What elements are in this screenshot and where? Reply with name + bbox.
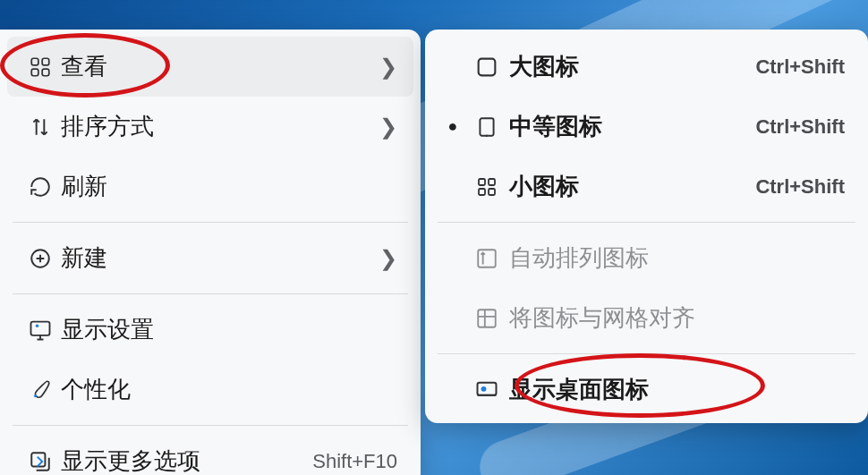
chevron-right-icon: ❯ bbox=[379, 115, 397, 140]
separator bbox=[13, 425, 408, 426]
svg-rect-15 bbox=[478, 250, 496, 267]
svg-rect-10 bbox=[480, 118, 493, 136]
separator bbox=[438, 222, 855, 223]
svg-rect-9 bbox=[479, 58, 496, 75]
menu-item-label: 显示更多选项 bbox=[61, 445, 312, 475]
large-icon-icon bbox=[464, 55, 509, 80]
more-options-icon bbox=[20, 450, 61, 473]
small-icon-icon bbox=[464, 176, 509, 198]
menu-item-new[interactable]: 新建 ❯ bbox=[7, 228, 413, 288]
menu-item-label: 刷新 bbox=[61, 171, 397, 202]
svg-rect-17 bbox=[478, 382, 497, 394]
refresh-icon bbox=[20, 175, 61, 199]
svg-rect-16 bbox=[478, 310, 496, 327]
sort-icon bbox=[20, 115, 61, 139]
auto-arrange-icon bbox=[464, 247, 509, 270]
plus-circle-icon bbox=[20, 247, 61, 270]
svg-rect-0 bbox=[31, 58, 38, 65]
submenu-item-label: 中等图标 bbox=[509, 111, 755, 142]
svg-rect-3 bbox=[42, 69, 49, 76]
svg-rect-1 bbox=[42, 58, 49, 65]
radio-bullet-selected: ● bbox=[441, 117, 464, 136]
svg-rect-11 bbox=[479, 179, 485, 185]
view-submenu: 大图标 Ctrl+Shift ● 中等图标 Ctrl+Shift 小图标 Ctr… bbox=[425, 30, 868, 423]
menu-item-view[interactable]: 查看 ❯ bbox=[7, 37, 413, 97]
svg-point-6 bbox=[36, 324, 39, 327]
submenu-item-label: 自动排列图标 bbox=[509, 242, 845, 274]
grid-icon bbox=[20, 55, 61, 79]
svg-point-18 bbox=[481, 386, 487, 391]
menu-item-label: 显示设置 bbox=[61, 314, 397, 345]
menu-item-label: 个性化 bbox=[61, 374, 397, 405]
menu-item-more-options[interactable]: 显示更多选项 Shift+F10 bbox=[7, 431, 413, 475]
svg-rect-12 bbox=[489, 179, 495, 185]
separator bbox=[438, 353, 855, 354]
desktop-context-menu: 查看 ❯ 排序方式 ❯ 刷新 新建 ❯ bbox=[0, 30, 421, 475]
menu-item-label: 排序方式 bbox=[61, 111, 379, 142]
desktop-icons-icon bbox=[464, 377, 509, 403]
display-settings-icon bbox=[20, 318, 61, 343]
align-grid-icon bbox=[464, 307, 509, 330]
medium-icon-icon bbox=[464, 115, 509, 139]
brush-icon bbox=[20, 378, 61, 402]
submenu-item-label: 大图标 bbox=[509, 51, 755, 82]
submenu-item-small-icons[interactable]: 小图标 Ctrl+Shift bbox=[432, 157, 861, 216]
chevron-right-icon: ❯ bbox=[379, 55, 397, 80]
submenu-item-show-desktop-icons[interactable]: 显示桌面图标 bbox=[432, 360, 861, 420]
submenu-item-large-icons[interactable]: 大图标 Ctrl+Shift bbox=[432, 37, 861, 97]
submenu-item-shortcut: Ctrl+Shift bbox=[755, 175, 845, 199]
menu-item-refresh[interactable]: 刷新 bbox=[7, 157, 413, 216]
menu-item-sort[interactable]: 排序方式 ❯ bbox=[7, 97, 413, 157]
menu-item-personalize[interactable]: 个性化 bbox=[7, 360, 413, 420]
menu-item-display-settings[interactable]: 显示设置 bbox=[7, 300, 413, 360]
svg-rect-5 bbox=[31, 321, 50, 335]
submenu-item-label: 将图标与网格对齐 bbox=[509, 302, 845, 334]
svg-point-7 bbox=[34, 394, 37, 396]
submenu-item-auto-arrange[interactable]: 自动排列图标 bbox=[432, 228, 861, 288]
separator bbox=[13, 222, 408, 223]
menu-item-shortcut: Shift+F10 bbox=[312, 450, 397, 473]
submenu-item-shortcut: Ctrl+Shift bbox=[755, 55, 845, 79]
chevron-right-icon: ❯ bbox=[379, 246, 397, 271]
submenu-item-align-grid[interactable]: 将图标与网格对齐 bbox=[432, 288, 861, 348]
submenu-item-shortcut: Ctrl+Shift bbox=[755, 115, 845, 139]
submenu-item-label: 小图标 bbox=[509, 171, 755, 202]
svg-rect-14 bbox=[489, 189, 495, 195]
separator bbox=[13, 293, 408, 294]
menu-item-label: 查看 bbox=[61, 51, 379, 82]
submenu-item-medium-icons[interactable]: ● 中等图标 Ctrl+Shift bbox=[432, 97, 861, 157]
svg-rect-2 bbox=[31, 69, 38, 76]
submenu-item-label: 显示桌面图标 bbox=[509, 374, 845, 405]
svg-rect-13 bbox=[479, 189, 485, 195]
menu-item-label: 新建 bbox=[61, 242, 379, 274]
